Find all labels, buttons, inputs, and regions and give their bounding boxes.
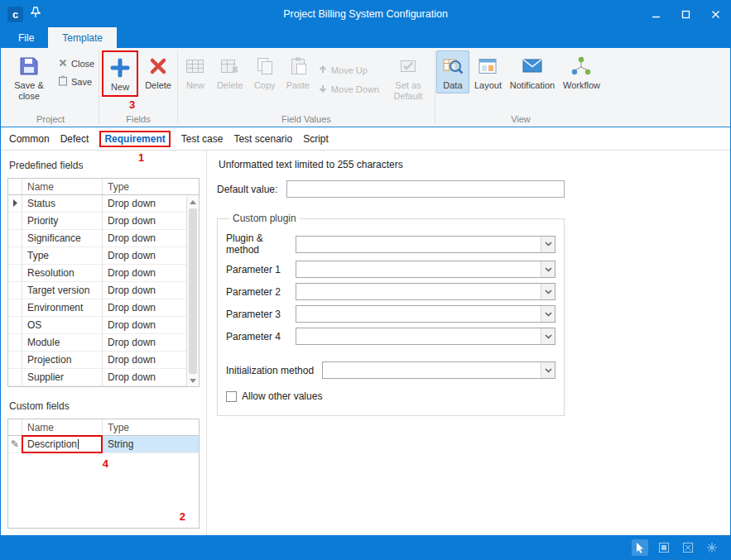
dropdown-chevron-icon[interactable] [541,237,555,252]
parameter4-input[interactable] [296,328,541,344]
custom-field-type-cell[interactable]: String [103,436,199,452]
delete-field-button[interactable]: Delete [140,50,176,93]
tab-test-scenario[interactable]: Test scenario [233,133,292,145]
table-row[interactable]: Status Drop down [8,195,199,213]
table-header: Name Type [8,419,199,436]
tab-defect[interactable]: Defect [60,133,89,145]
annotation-1: 1 [138,151,144,164]
annotation-4: 4 [103,457,108,470]
vertical-scrollbar[interactable] [186,196,199,386]
custom-field-row[interactable]: ✎ Description 4 String [8,436,199,453]
snowflake-icon[interactable] [704,539,720,556]
current-row-marker-icon [12,198,17,209]
tab-requirement[interactable]: Requirement [104,133,165,145]
parameter3-combo [296,305,555,323]
close-button[interactable]: Close [55,55,98,71]
initialization-method-label: Initialization method [226,365,314,376]
move-up-button[interactable]: Move Up [315,62,382,78]
save-and-close-button[interactable]: Save & close [3,50,55,103]
table-row[interactable]: ProjectionDrop down [8,352,199,369]
initialization-method-input[interactable] [323,362,541,378]
fields-panel: Predefined fields Name Type Status Drop … [1,151,207,535]
default-value-input[interactable] [286,180,565,198]
save-button[interactable]: Save [55,74,98,89]
main-content: Predefined fields Name Type Status Drop … [1,151,730,535]
allow-other-values-label: Allow other values [242,390,322,402]
table-row[interactable]: SignificanceDrop down [8,230,199,247]
scrollbar-thumb[interactable] [189,208,197,374]
paste-button[interactable]: Paste [281,50,315,93]
field-info-text: Unformatted text limited to 255 characte… [219,159,565,170]
frame-icon[interactable] [656,539,672,556]
notification-view-button[interactable]: Notification [507,50,558,93]
copy-icon [255,54,275,79]
parameter2-label: Parameter 2 [226,286,296,298]
table-row[interactable]: Target versionDrop down [8,282,199,299]
dropdown-chevron-icon[interactable] [541,284,555,299]
entity-tab-strip: Common Defect Requirement 1 Test case Te… [1,127,730,151]
maximize-button[interactable] [671,1,700,27]
table-row[interactable]: EnvironmentDrop down [8,299,199,317]
table-row[interactable]: SupplierDrop down [8,369,199,386]
dropdown-chevron-icon[interactable] [541,261,555,277]
custom-fields-table: Name Type ✎ Description 4 String 2 [7,419,200,529]
workflow-view-button[interactable]: Workflow [558,50,605,93]
new-value-button[interactable]: New [179,50,212,93]
tab-file[interactable]: File [4,27,48,48]
table-row[interactable]: OSDrop down [8,317,199,334]
pin-icon[interactable] [31,7,41,22]
column-header-type[interactable]: Type [103,419,199,435]
column-header-name[interactable]: Name [22,419,103,435]
table-row[interactable]: PriorityDrop down [8,213,199,230]
magnifier-table-icon [442,54,464,79]
cursor-tool-icon[interactable] [632,539,648,556]
custom-plugin-group: Custom plugin Plugin & method Parameter … [217,213,565,416]
group-label-field-values: Field Values [179,113,434,127]
column-header-name[interactable]: Name [22,179,103,194]
dropdown-chevron-icon[interactable] [541,328,555,344]
app-window: c Project Billing System Configuration F… [0,0,731,560]
title-bar: c Project Billing System Configuration [1,1,730,27]
delete-x-icon [148,54,168,79]
data-view-button[interactable]: Data [436,50,469,93]
group-label-project: Project [3,113,98,127]
delete-value-button[interactable]: Delete [212,50,248,93]
plugin-method-label: Plugin & method [226,232,296,256]
status-bar [1,535,730,559]
tab-template[interactable]: Template [48,27,117,48]
annotation-3: 3 [129,98,135,111]
crossed-box-icon[interactable] [680,539,696,556]
group-label-view: View [436,113,605,127]
parameter3-label: Parameter 3 [226,309,296,320]
parameter2-input[interactable] [296,284,541,299]
scroll-down-icon[interactable] [187,375,199,386]
parameter3-input[interactable] [296,306,541,322]
copy-button[interactable]: Copy [248,50,281,93]
custom-field-name-cell[interactable]: Description 4 [22,436,103,452]
paste-icon [288,54,308,79]
column-header-type[interactable]: Type [103,179,186,194]
table-row[interactable]: ModuleDrop down [8,334,199,352]
custom-fields-title: Custom fields [9,400,206,412]
plugin-method-input[interactable] [296,237,541,252]
set-as-default-button[interactable]: Set as Default [382,50,434,103]
tab-common[interactable]: Common [9,133,50,145]
predefined-fields-table: Name Type Status Drop down PriorityDrop … [7,178,200,387]
layout-view-button[interactable]: Layout [469,50,507,93]
dropdown-chevron-icon[interactable] [541,362,555,378]
parameter1-input[interactable] [296,261,541,277]
move-down-button[interactable]: Move Down [315,81,382,97]
tab-script[interactable]: Script [303,133,329,145]
close-window-button[interactable] [700,1,730,27]
initialization-method-combo [322,361,555,379]
save-close-icon [18,54,40,79]
table-row[interactable]: TypeDrop down [8,247,199,265]
arrow-up-icon [318,65,328,76]
minimize-button[interactable] [641,1,671,27]
allow-other-values-checkbox[interactable] [226,391,237,402]
table-row[interactable]: ResolutionDrop down [8,265,199,282]
tab-test-case[interactable]: Test case [181,133,224,145]
scroll-up-icon[interactable] [187,196,199,208]
new-field-button[interactable]: New [103,52,137,95]
dropdown-chevron-icon[interactable] [541,306,555,322]
